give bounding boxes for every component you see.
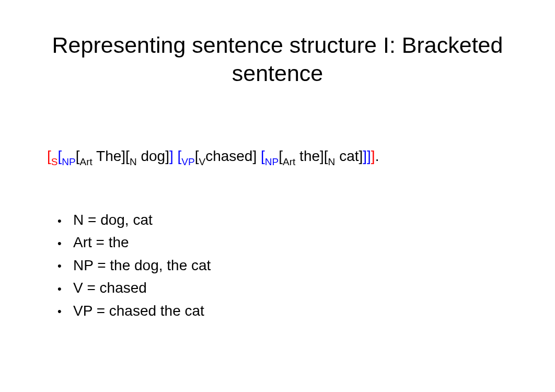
token: cat] bbox=[335, 148, 363, 164]
slide-title: Representing sentence structure I: Brack… bbox=[47, 31, 508, 88]
token: ] bbox=[367, 148, 371, 164]
list-item: Art = the bbox=[73, 231, 508, 253]
token: dog] bbox=[137, 148, 169, 164]
token: [ bbox=[261, 148, 265, 164]
token: ] bbox=[169, 148, 174, 164]
bracketed-sentence: [S[NP[Art The][N dog]] [VP[Vchased] [NP[… bbox=[47, 148, 508, 167]
token: N bbox=[130, 156, 137, 167]
list-item: N = dog, cat bbox=[73, 209, 508, 231]
token: [ bbox=[279, 148, 283, 164]
token: NP bbox=[265, 156, 279, 167]
token bbox=[174, 148, 178, 164]
token: The][ bbox=[92, 148, 130, 164]
token: ] bbox=[371, 148, 375, 164]
token: V bbox=[199, 156, 205, 167]
token: chased] bbox=[205, 148, 261, 164]
token: [ bbox=[47, 148, 51, 164]
token: S bbox=[51, 156, 58, 167]
bullet-list: N = dog, catArt = theNP = the dog, the c… bbox=[47, 209, 508, 322]
token: NP bbox=[62, 156, 75, 167]
list-item: VP = chased the cat bbox=[73, 299, 508, 322]
token: ] bbox=[363, 148, 367, 164]
token: VP bbox=[181, 156, 194, 167]
token: Art bbox=[283, 156, 295, 167]
token: N bbox=[328, 156, 336, 167]
list-item: V = chased bbox=[73, 276, 508, 299]
token: the][ bbox=[295, 148, 328, 164]
token: Art bbox=[79, 156, 92, 167]
list-item: NP = the dog, the cat bbox=[73, 254, 508, 276]
token: . bbox=[375, 148, 379, 164]
